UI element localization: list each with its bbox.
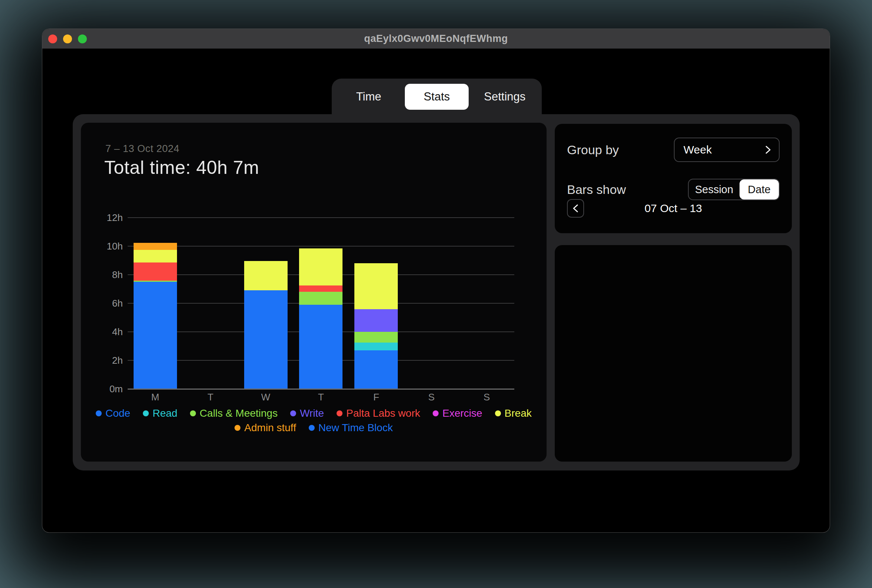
bar-slot-6 [404, 218, 459, 389]
bar-slot-4 [293, 218, 349, 389]
bar-segment-break[interactable] [134, 250, 177, 262]
bars-show-option-date[interactable]: Date [740, 180, 779, 200]
x-tick-label-4: T [293, 392, 349, 403]
bar-slot-7 [459, 218, 514, 389]
tab-settings[interactable]: Settings [473, 84, 537, 110]
y-tick-label-6h: 6h [81, 298, 123, 309]
legend-label: Exercise [442, 408, 482, 419]
total-time-heading: Total time: 40h 7m [104, 157, 259, 178]
main-panel: 7 – 13 Oct 2024 Total time: 40h 7m 0m2h4… [73, 114, 800, 471]
chart-plot [128, 218, 514, 389]
bar-segment-calls-meetings[interactable] [134, 280, 177, 282]
bar-segment-break[interactable] [244, 261, 287, 290]
stats-card: 7 – 13 Oct 2024 Total time: 40h 7m 0m2h4… [81, 123, 547, 462]
x-tick-label-7: S [459, 392, 514, 403]
bar-segment-code[interactable] [299, 305, 343, 389]
legend-dot-icon [290, 410, 296, 416]
legend-label: Read [152, 408, 177, 419]
gridline-0m [128, 388, 514, 390]
legend-dot-icon [235, 425, 241, 431]
bar-segment-read[interactable] [354, 343, 398, 351]
bar-slot-5 [349, 218, 404, 389]
legend-item-admin-stuff[interactable]: Admin stuff [235, 422, 296, 434]
legend-item-exercise[interactable]: Exercise [433, 408, 482, 419]
bar-segment-calls-meetings[interactable] [354, 332, 398, 343]
y-tick-label-0m: 0m [81, 383, 123, 395]
bar-segment-write[interactable] [354, 309, 398, 332]
chart-legend: CodeReadCalls & MeetingsWritePalta Labs … [81, 408, 547, 434]
tab-stats[interactable]: Stats [405, 84, 469, 110]
bar-segment-code[interactable] [134, 282, 177, 389]
bar-segment-admin-stuff[interactable] [134, 243, 177, 250]
app-window: qaEylx0Gwv0MEoNqfEWhmg Time Stats Settin… [42, 28, 830, 533]
legend-dot-icon [309, 425, 315, 431]
legend-label: Write [300, 408, 324, 419]
y-tick-label-8h: 8h [81, 269, 123, 280]
bar-slot-3 [238, 218, 293, 389]
bar-segment-code[interactable] [244, 290, 287, 389]
bar-segment-code[interactable] [354, 350, 398, 389]
bar-segment-calls-meetings[interactable] [299, 292, 343, 305]
legend-label: New Time Block [319, 422, 393, 434]
legend-dot-icon [190, 410, 196, 416]
legend-item-code[interactable]: Code [96, 408, 130, 419]
group-by-value: Week [684, 144, 712, 156]
bars-show-label: Bars show [567, 182, 626, 197]
bar-segment-break[interactable] [354, 263, 398, 309]
legend-dot-icon [433, 410, 439, 416]
chart-x-axis: MTWTFSS [128, 392, 514, 404]
maximize-button[interactable] [78, 34, 87, 44]
bars-show-toggle: Session Date [688, 179, 780, 200]
legend-dot-icon [337, 410, 343, 416]
tab-time[interactable]: Time [337, 84, 401, 110]
minimize-button[interactable] [63, 34, 72, 44]
legend-item-break[interactable]: Break [495, 408, 532, 419]
legend-dot-icon [96, 410, 102, 416]
legend-row: CodeReadCalls & MeetingsWritePalta Labs … [96, 408, 532, 419]
y-tick-label-4h: 4h [81, 326, 123, 338]
legend-dot-icon [143, 410, 149, 416]
bar-segment-palta-labs-work[interactable] [134, 262, 177, 280]
legend-row: Admin stuffNew Time Block [235, 422, 392, 434]
legend-label: Code [105, 408, 130, 419]
group-by-label: Group by [567, 143, 619, 157]
controls-card: Group by Week Bars show Session Date [555, 124, 792, 233]
chevron-right-icon [765, 144, 771, 155]
legend-label: Calls & Meetings [200, 408, 278, 419]
bar-slot-2 [183, 218, 238, 389]
x-tick-label-6: S [404, 392, 459, 403]
date-range-label: 7 – 13 Oct 2024 [105, 143, 180, 154]
bar-segment-break[interactable] [299, 248, 343, 285]
legend-item-palta-labs-work[interactable]: Palta Labs work [337, 408, 420, 419]
legend-label: Break [505, 408, 532, 419]
legend-item-new-time-block[interactable]: New Time Block [309, 422, 393, 434]
y-tick-label-10h: 10h [81, 240, 123, 252]
legend-item-calls-meetings[interactable]: Calls & Meetings [190, 408, 278, 419]
x-tick-label-1: M [128, 392, 183, 403]
legend-label: Admin stuff [244, 422, 296, 434]
detail-card [555, 245, 792, 462]
legend-item-read[interactable]: Read [143, 408, 177, 419]
tab-bar: Time Stats Settings [332, 79, 542, 114]
y-tick-label-12h: 12h [81, 212, 123, 224]
x-tick-label-3: W [238, 392, 293, 403]
bars-show-option-session[interactable]: Session [689, 180, 740, 200]
x-tick-label-2: T [183, 392, 238, 403]
legend-label: Palta Labs work [346, 408, 420, 419]
window-title: qaEylx0Gwv0MEoNqfEWhmg [42, 33, 830, 45]
week-range-label: 07 Oct – 13 [567, 202, 780, 214]
chart-y-axis: 0m2h4h6h8h10h12h [81, 218, 123, 389]
legend-item-write[interactable]: Write [290, 408, 324, 419]
legend-dot-icon [495, 410, 501, 416]
title-bar: qaEylx0Gwv0MEoNqfEWhmg [42, 29, 830, 49]
bar-segment-palta-labs-work[interactable] [299, 285, 343, 292]
close-button[interactable] [48, 34, 57, 44]
x-tick-label-5: F [349, 392, 404, 403]
y-tick-label-2h: 2h [81, 355, 123, 366]
group-by-select[interactable]: Week [674, 138, 780, 162]
bar-slot-1 [128, 218, 183, 389]
